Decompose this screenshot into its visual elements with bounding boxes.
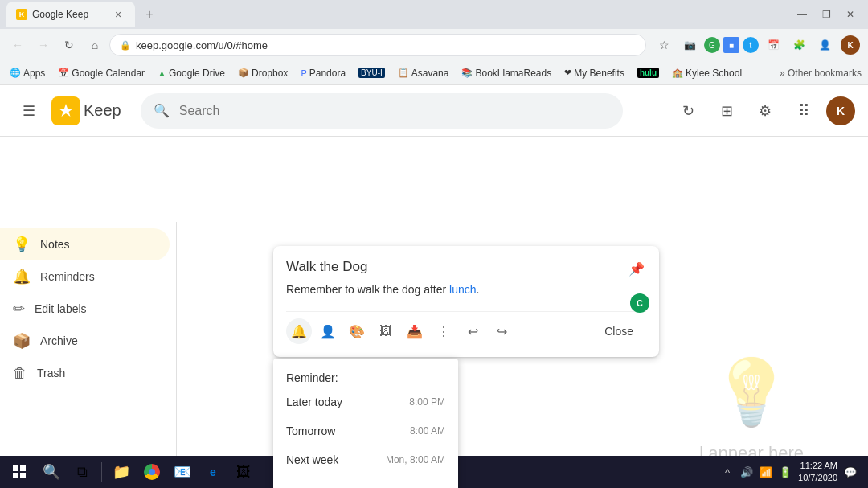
- undo-button[interactable]: ↩: [460, 318, 485, 344]
- new-tab-button[interactable]: +: [138, 3, 161, 26]
- app-header: ☰ Keep 🔍 ↻ ⊞ ⚙ ⠿ K: [0, 85, 868, 137]
- bookmarks-overflow[interactable]: » Other bookmarks: [780, 68, 862, 79]
- taskbar-search[interactable]: 🔍: [37, 457, 66, 486]
- notification-button[interactable]: 💬: [842, 464, 858, 480]
- forward-button[interactable]: →: [32, 34, 55, 56]
- gcal-favicon: 📅: [58, 68, 69, 78]
- next-week-label: Next week: [286, 453, 338, 466]
- note-pin-button[interactable]: 📌: [624, 256, 649, 281]
- calendar-icon[interactable]: 📅: [762, 34, 784, 56]
- more-button[interactable]: ⋮: [431, 318, 457, 344]
- bookmark-kylee[interactable]: 🏫 Kylee School: [669, 66, 745, 80]
- later-today-label: Later today: [286, 396, 342, 408]
- reminder-button[interactable]: 🔔: [286, 318, 312, 344]
- time-display: 11:22 AM: [798, 460, 837, 472]
- chevron-up-icon[interactable]: ^: [719, 464, 735, 480]
- taskbar-chrome[interactable]: [137, 457, 166, 486]
- reminder-item-home[interactable]: Home 12200 Heritage Park Rd: [273, 482, 458, 488]
- start-button[interactable]: [3, 457, 35, 486]
- bookmark-asavana[interactable]: 📋 Asavana: [395, 66, 452, 80]
- bookmark-gcal[interactable]: 📅 Google Calendar: [55, 66, 148, 80]
- address-bar: ← → ↻ ⌂ 🔒 keep.google.com/u/0/#home ☆ 📷 …: [0, 29, 868, 61]
- square-icon[interactable]: ■: [723, 37, 739, 53]
- back-button[interactable]: ←: [6, 34, 29, 56]
- active-tab[interactable]: K Google Keep ×: [6, 2, 135, 27]
- taskbar-file-explorer[interactable]: 📁: [107, 457, 136, 486]
- close-button[interactable]: ✕: [839, 3, 862, 26]
- tab-close-icon[interactable]: ×: [111, 7, 125, 22]
- google-apps-button[interactable]: ⠿: [788, 95, 820, 127]
- bookmark-pandora[interactable]: P Pandora: [297, 66, 349, 80]
- taskbar-right: ^ 🔊 📶 🔋 11:22 AM 10/7/2020 💬: [719, 460, 865, 485]
- benefits-favicon: ❤: [564, 68, 571, 78]
- sidebar: 💡 Notes 🔔 Reminders ✏ Edit labels 📦 Arch…: [0, 222, 177, 488]
- svg-rect-1: [20, 465, 26, 471]
- maximize-button[interactable]: ❐: [815, 3, 837, 26]
- lock-icon: 🔒: [120, 40, 131, 51]
- note-body-prefix: Remember to walk the dog after: [286, 283, 449, 296]
- archive-icon: 📦: [13, 332, 31, 350]
- screenshot-icon[interactable]: 📷: [678, 34, 701, 56]
- bookmark-hulu[interactable]: hulu: [634, 66, 662, 80]
- address-input[interactable]: 🔒 keep.google.com/u/0/#home: [109, 34, 646, 56]
- bookmark-byu[interactable]: BYU-I: [355, 66, 388, 80]
- logo-icon: [51, 96, 80, 125]
- archive-button[interactable]: 📥: [402, 318, 428, 344]
- search-bar[interactable]: 🔍: [141, 93, 623, 129]
- sidebar-item-archive[interactable]: 📦 Archive: [0, 325, 170, 357]
- reminder-item-next-week[interactable]: Next week Mon, 8:00 AM: [273, 445, 458, 474]
- battery-icon[interactable]: 🔋: [777, 464, 793, 480]
- sidebar-item-trash[interactable]: 🗑 Trash: [0, 357, 170, 389]
- hulu-favicon: hulu: [637, 68, 659, 78]
- grid-view-button[interactable]: ⊞: [710, 95, 743, 127]
- circle2-icon[interactable]: t: [743, 37, 759, 53]
- reminders-icon: 🔔: [13, 268, 31, 285]
- sidebar-item-reminders[interactable]: 🔔 Reminders: [0, 260, 170, 293]
- bookmark-label: Apps: [23, 68, 45, 79]
- profile-icon[interactable]: 👤: [813, 34, 836, 56]
- asavana-favicon: 📋: [398, 68, 409, 78]
- close-button[interactable]: Close: [592, 320, 646, 342]
- empty-state: 💡 l appear here: [699, 355, 804, 464]
- user-avatar[interactable]: K: [826, 96, 855, 125]
- palette-button[interactable]: 🎨: [344, 318, 370, 344]
- circle-icon[interactable]: G: [704, 37, 720, 53]
- reminder-item-tomorrow[interactable]: Tomorrow 8:00 AM: [273, 416, 458, 445]
- puzzle-icon[interactable]: 🧩: [788, 34, 810, 56]
- search-input[interactable]: [179, 104, 610, 118]
- home-button[interactable]: ⌂: [84, 34, 106, 56]
- bookmark-label: BookLlamaReads: [475, 68, 551, 79]
- refresh-button[interactable]: ↻: [672, 95, 704, 127]
- taskbar-time[interactable]: 11:22 AM 10/7/2020: [798, 460, 837, 485]
- bookmark-dropbox[interactable]: 📦 Dropbox: [235, 66, 291, 80]
- apps-favicon: 🌐: [10, 68, 21, 78]
- tab-title: Google Keep: [32, 9, 106, 20]
- reminder-item-later-today[interactable]: Later today 8:00 PM: [273, 388, 458, 416]
- sidebar-item-label: Edit labels: [35, 302, 87, 315]
- svg-rect-2: [13, 473, 18, 478]
- minimize-button[interactable]: —: [791, 3, 813, 26]
- settings-button[interactable]: ⚙: [749, 95, 781, 127]
- add-person-button[interactable]: 👤: [315, 318, 341, 344]
- bookmark-label: Asavana: [411, 68, 449, 79]
- taskbar-mail[interactable]: 📧: [168, 457, 197, 486]
- hamburger-button[interactable]: ☰: [13, 95, 45, 127]
- redo-button[interactable]: ↪: [489, 318, 514, 344]
- next-week-time: Mon, 8:00 AM: [386, 454, 445, 465]
- bookmark-label: Google Drive: [169, 68, 225, 79]
- image-button[interactable]: 🖼: [373, 318, 399, 344]
- bookmark-bookllamaReads[interactable]: 📚 BookLlamaReads: [458, 66, 555, 80]
- taskbar-photos[interactable]: 🖼: [229, 457, 258, 486]
- bookmark-apps[interactable]: 🌐 Apps: [6, 66, 48, 80]
- taskbar-edge[interactable]: e: [199, 457, 227, 486]
- bookmark-mybenefits[interactable]: ❤ My Benefits: [561, 66, 628, 80]
- user-avatar-small[interactable]: K: [839, 34, 862, 56]
- bookmark-gdrive[interactable]: ▲ Google Drive: [154, 66, 228, 80]
- speaker-icon[interactable]: 🔊: [739, 464, 755, 480]
- refresh-button[interactable]: ↻: [58, 34, 80, 56]
- sidebar-item-notes[interactable]: 💡 Notes: [0, 228, 170, 260]
- star-icon[interactable]: ☆: [653, 34, 675, 56]
- sidebar-item-edit-labels[interactable]: ✏ Edit labels: [0, 293, 170, 325]
- network-icon[interactable]: 📶: [758, 464, 774, 480]
- taskbar-task-view[interactable]: ⧉: [68, 457, 96, 486]
